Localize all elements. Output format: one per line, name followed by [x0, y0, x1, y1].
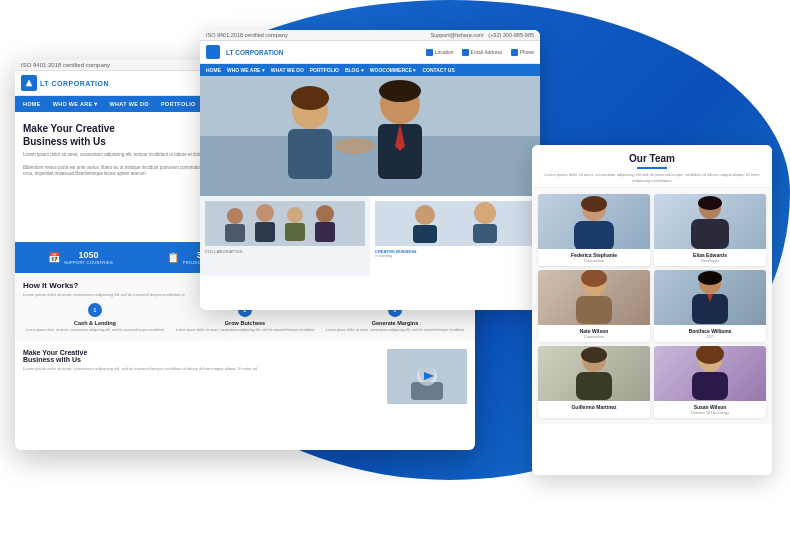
rt-header: Our Team Lorem ipsum dolor sit amet, con…: [532, 145, 772, 188]
member-3-info: Nate Wilson Counselors: [538, 325, 650, 342]
member-5-name: Guillermo Martinez: [542, 404, 646, 410]
member-4-role: CIO: [658, 334, 762, 339]
svg-rect-41: [574, 221, 614, 249]
step-2-text: Lorem ipsum dolor sit amet, consectetur …: [173, 328, 317, 333]
step-1-circle: 1: [88, 303, 102, 317]
svg-rect-28: [225, 224, 245, 242]
svg-rect-35: [375, 201, 535, 246]
mid-header: LT CORPORATION Location Email Address Ph…: [200, 41, 540, 64]
mid-creative: CREATIVE BUSINESS in branding: [370, 196, 540, 276]
main-logo: LT CORPORATION: [21, 75, 109, 91]
mid-email-icon: [462, 49, 469, 56]
svg-point-25: [335, 138, 375, 154]
member-2-info: Elias Edwards Developer: [654, 249, 766, 266]
mid-nav-who[interactable]: WHO WE ARE ▾: [227, 67, 265, 73]
nav-who[interactable]: WHO WE ARE ▾: [51, 100, 100, 108]
mid-nav-woo[interactable]: WOOCOMMERCE ▾: [370, 67, 417, 73]
svg-rect-37: [413, 225, 437, 243]
svg-rect-34: [315, 222, 335, 242]
member-1-info: Federica Stephanie Counselors: [538, 249, 650, 266]
svg-point-23: [379, 80, 421, 102]
nav-home[interactable]: HOME: [21, 100, 43, 108]
svg-rect-32: [285, 223, 305, 241]
rt-subtitle: Lorem ipsum dolor sit amet, consectetur …: [540, 172, 764, 183]
nav-what[interactable]: WHAT WE DO: [108, 100, 151, 108]
stat-support-label: SUPPORT COUNTRIES: [64, 260, 113, 265]
mid-creative-img: [375, 201, 535, 246]
make-body: Lorem ipsum dolor sit amet, consectetur …: [23, 366, 381, 372]
svg-point-33: [316, 205, 334, 223]
team-member-5: Guillermo Martinez: [538, 346, 650, 418]
mid-nav-what[interactable]: WHAT WE DO: [271, 67, 304, 73]
mid-collab: COLLABORATION: [200, 196, 370, 276]
collab-label: COLLABORATION: [205, 249, 365, 254]
team-member-4: Boniface Williams CIO: [654, 270, 766, 342]
mid-nav-home[interactable]: HOME: [206, 67, 221, 73]
step-1: 1 Cash & Lending Lorem ipsum dolor sit a…: [23, 303, 167, 333]
mid-phone-icon: [511, 49, 518, 56]
mid-topbar: ISO 9401:2018 certified company Support@…: [200, 30, 540, 41]
creative-sub: in branding: [375, 254, 535, 258]
stat-support-info: 1050 SUPPORT COUNTRIES: [64, 250, 113, 265]
mid-collab-img: [205, 201, 365, 246]
member-6-info: Susan Wilson Director Of Dentology: [654, 401, 766, 418]
svg-rect-19: [288, 129, 332, 179]
svg-point-20: [291, 86, 329, 110]
nav-portfolio[interactable]: PORTFOLIO: [159, 100, 198, 108]
team-member-6: Susan Wilson Director Of Dentology: [654, 346, 766, 418]
member-1-photo: [538, 194, 650, 249]
member-3-role: Counselors: [542, 334, 646, 339]
mid-nav: HOME WHO WE ARE ▾ WHAT WE DO PORTFOLIO B…: [200, 64, 540, 76]
mid-hero-svg: [200, 76, 540, 196]
logo-icon: [21, 75, 37, 91]
make-image: [387, 349, 467, 404]
mid-logo-text: LT CORPORATION: [226, 49, 284, 56]
topbar-text: ISO 9401:2018 certified company: [21, 62, 110, 68]
mid-contact-phone: Phone: [511, 49, 534, 56]
team-member-3: Nate Wilson Counselors: [538, 270, 650, 342]
make-image-svg: [387, 349, 467, 404]
mid-hero-image: [200, 76, 540, 196]
member-3-photo: [538, 270, 650, 325]
step-3-text: Lorem ipsum dolor sit amet, consectetur …: [323, 328, 467, 333]
member-4-info: Boniface Williams CIO: [654, 325, 766, 342]
mid-nav-blog[interactable]: BLOG ▾: [345, 67, 364, 73]
mid-topbar-right: Support@ltshare.com (+92) 300-985-985: [430, 32, 534, 38]
mid-contact-location: Location: [426, 49, 454, 56]
svg-point-27: [227, 208, 243, 224]
member-5-info: Guillermo Martinez: [538, 401, 650, 413]
mid-logo-icon: [206, 45, 220, 59]
member-1-role: Counselors: [542, 258, 646, 263]
svg-rect-44: [691, 219, 729, 249]
member-5-photo: [538, 346, 650, 401]
stat-support-icon: 📅: [48, 252, 60, 263]
mid-bottom-row: COLLABORATION CREATIVE BUSINESS in brand…: [200, 196, 540, 276]
svg-point-42: [581, 196, 607, 212]
rt-title: Our Team: [540, 153, 764, 164]
member-6-role: Director Of Dentology: [658, 410, 762, 415]
svg-point-29: [256, 204, 274, 222]
team-member-1: Federica Stephanie Counselors: [538, 194, 650, 266]
screenshot-right: Our Team Lorem ipsum dolor sit amet, con…: [532, 145, 772, 475]
svg-point-45: [698, 196, 722, 210]
stat-support-num: 1050: [64, 250, 113, 260]
svg-rect-30: [255, 222, 275, 242]
mid-nav-contact[interactable]: CONTACT US: [422, 67, 454, 73]
member-2-photo: [654, 194, 766, 249]
svg-rect-57: [692, 372, 728, 400]
make-title: Make Your CreativeBusiness with Us: [23, 349, 381, 363]
mid-nav-portfolio[interactable]: PORTFOLIO: [310, 67, 339, 73]
svg-point-55: [581, 347, 607, 363]
stat-project-icon: 📋: [167, 252, 179, 263]
member-6-photo: [654, 346, 766, 401]
logo-text: LT CORPORATION: [40, 80, 109, 87]
svg-point-36: [415, 205, 435, 225]
stat-support: 📅 1050 SUPPORT COUNTRIES: [48, 250, 113, 265]
mid-contact-email: Email Address: [462, 49, 503, 56]
svg-point-52: [698, 271, 722, 285]
screenshot-mid: ISO 9401:2018 certified company Support@…: [200, 30, 540, 310]
svg-rect-39: [473, 224, 497, 243]
mid-location-icon: [426, 49, 433, 56]
screenshots-container: ISO 9401:2018 certified company LT CORPO…: [0, 0, 790, 540]
rt-team-grid: Federica Stephanie Counselors Elias Edwa…: [532, 188, 772, 424]
